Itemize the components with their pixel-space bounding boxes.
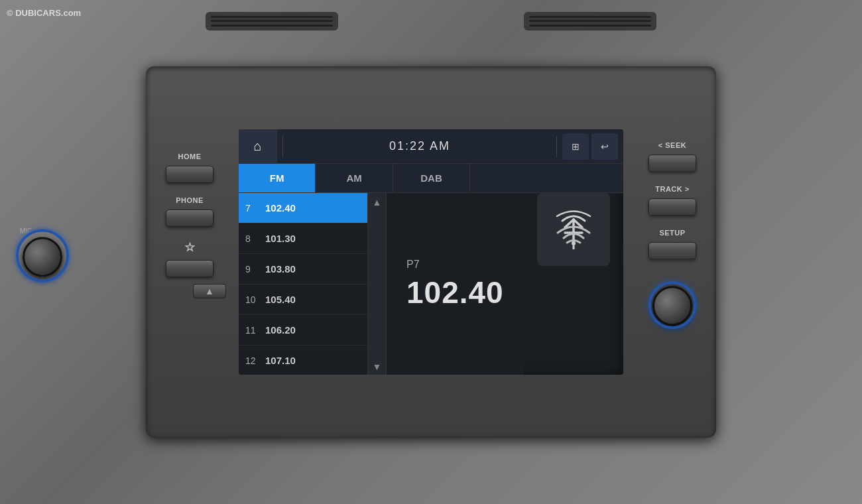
setup-label: SETUP [659, 229, 685, 237]
scroll-bar: ▲ ▼ [368, 193, 387, 375]
back-icon: ↩ [601, 141, 609, 152]
preset-item-10[interactable]: 10 105.40 [239, 284, 367, 315]
preset-item-12[interactable]: 12 107.10 [239, 346, 367, 375]
tab-am[interactable]: AM [316, 164, 393, 192]
back-button[interactable]: ↩ [591, 133, 618, 160]
svg-point-4 [572, 241, 576, 245]
phone-button[interactable] [166, 210, 214, 227]
home-screen-icon: ⌂ [253, 139, 261, 154]
tab-spacer [470, 164, 623, 192]
seek-button[interactable] [648, 155, 696, 172]
grid-icon: ⊞ [572, 141, 580, 152]
car-panel: © DUBICARS.com MIC HOME [0, 0, 862, 504]
preset-item-9[interactable]: 9 103.80 [239, 254, 367, 284]
radio-tabs: FM AM DAB [239, 164, 623, 193]
preset-list: 7 102.40 8 101.30 9 103.80 10 105.40 [239, 193, 368, 375]
left-side-controls: MIC [20, 227, 65, 277]
station-preset: P7 [406, 259, 420, 271]
signal-box [537, 193, 610, 266]
vent-top-left [206, 12, 338, 31]
screen-top-bar: ⌂ 01:22 AM ⊞ ↩ [239, 129, 623, 164]
left-knob-group: MIC [20, 227, 65, 277]
screen-home-button[interactable]: ⌂ [239, 129, 277, 164]
preset-num-11: 11 [245, 325, 257, 336]
preset-freq-9: 103.80 [265, 263, 296, 275]
preset-item-8[interactable]: 8 101.30 [239, 223, 367, 254]
infotainment-screen: ⌂ 01:22 AM ⊞ ↩ FM [239, 129, 623, 375]
tab-dab[interactable]: DAB [393, 164, 470, 192]
preset-num-7: 7 [245, 203, 257, 214]
seek-label: < SEEK [658, 141, 686, 149]
grid-button[interactable]: ⊞ [562, 133, 589, 160]
station-frequency: 102.40 [406, 275, 504, 310]
preset-item-7[interactable]: 7 102.40 [239, 193, 367, 223]
phone-label: PHONE [176, 196, 204, 204]
preset-freq-7: 102.40 [265, 202, 296, 214]
home-button[interactable] [166, 166, 214, 183]
tab-fm[interactable]: FM [239, 164, 316, 192]
track-button[interactable] [648, 198, 696, 216]
preset-item-11[interactable]: 11 106.20 [239, 315, 367, 346]
preset-freq-8: 101.30 [265, 233, 296, 244]
preset-freq-11: 106.20 [265, 324, 296, 336]
time-display: 01:22 AM [288, 139, 551, 153]
eject-button[interactable]: ▲ [193, 284, 226, 298]
preset-num-8: 8 [245, 233, 257, 244]
signal-icon [550, 206, 597, 253]
setup-button[interactable] [648, 242, 696, 259]
scroll-up[interactable]: ▲ [373, 197, 382, 208]
preset-num-10: 10 [245, 294, 257, 305]
preset-num-9: 9 [245, 264, 257, 275]
scroll-down[interactable]: ▼ [373, 361, 382, 372]
tuner-knob[interactable] [652, 286, 692, 326]
preset-freq-12: 107.10 [265, 355, 296, 366]
preset-num-12: 12 [245, 355, 257, 366]
now-playing: P7 102.40 [387, 193, 524, 375]
favorite-label: ☆ [184, 240, 196, 255]
favorite-button[interactable] [166, 260, 214, 277]
preset-freq-10: 105.40 [265, 294, 296, 305]
home-label: HOME [178, 153, 202, 160]
knob-ring [16, 229, 69, 283]
track-label: TRACK > [655, 185, 689, 193]
vent-top-right [524, 12, 656, 31]
main-unit: MIC HOME PHONE ☆ ▲ [146, 66, 716, 438]
top-right-icons: ⊞ ↩ [562, 133, 623, 160]
main-content: 7 102.40 8 101.30 9 103.80 10 105.40 [239, 193, 623, 375]
watermark: © DUBICARS.com [7, 8, 81, 18]
